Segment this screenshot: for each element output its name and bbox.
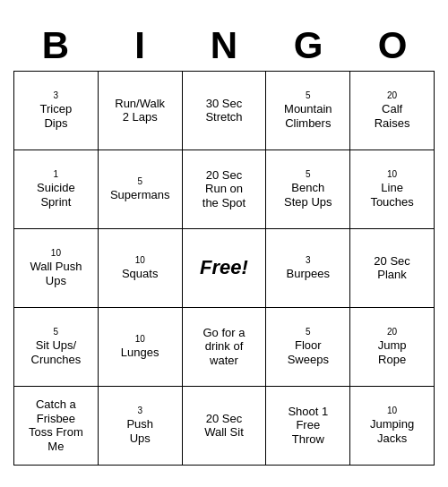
header-letter: B bbox=[13, 21, 98, 70]
header-letter: N bbox=[182, 21, 266, 70]
bingo-cell-r0c0: 3TricepDips bbox=[14, 72, 99, 150]
bingo-cell-r2c3: 3Burpees bbox=[266, 229, 350, 308]
bingo-cell-r4c3: Shoot 1FreeThrow bbox=[266, 387, 350, 466]
bingo-cell-r4c0: Catch aFrisbeeToss FromMe bbox=[14, 387, 99, 466]
bingo-cell-r1c2: 20 SecRun onthe Spot bbox=[183, 150, 267, 229]
bingo-cell-r2c0: 10Wall PushUps bbox=[14, 229, 99, 308]
bingo-cell-r0c4: 20CalfRaises bbox=[350, 72, 435, 150]
bingo-cell-r4c2: 20 SecWall Sit bbox=[183, 387, 267, 466]
bingo-cell-r4c4: 10JumpingJacks bbox=[350, 387, 435, 466]
bingo-cell-r3c2: Go for adrink ofwater bbox=[183, 308, 267, 387]
bingo-cell-r2c4: 20 SecPlank bbox=[350, 229, 435, 308]
bingo-cell-r2c1: 10Squats bbox=[99, 229, 183, 308]
header-letter: O bbox=[350, 21, 435, 70]
bingo-header: BINGO bbox=[13, 21, 435, 70]
bingo-cell-r1c3: 5BenchStep Ups bbox=[266, 150, 350, 229]
bingo-cell-r1c0: 1SuicideSprint bbox=[14, 150, 99, 229]
bingo-grid: 3TricepDipsRun/Walk2 Laps30 SecStretch5M… bbox=[13, 71, 435, 466]
header-letter: I bbox=[98, 21, 182, 70]
bingo-cell-r2c2: Free! bbox=[183, 229, 267, 308]
bingo-cell-r1c4: 10LineTouches bbox=[350, 150, 435, 229]
bingo-cell-r4c1: 3PushUps bbox=[99, 387, 183, 466]
bingo-cell-r3c3: 5FloorSweeps bbox=[266, 308, 350, 387]
bingo-cell-r3c1: 10Lunges bbox=[99, 308, 183, 387]
bingo-cell-r3c4: 20JumpRope bbox=[350, 308, 435, 387]
bingo-cell-r0c2: 30 SecStretch bbox=[183, 72, 267, 150]
bingo-cell-r0c1: Run/Walk2 Laps bbox=[99, 72, 183, 150]
header-letter: G bbox=[266, 21, 350, 70]
bingo-cell-r1c1: 5Supermans bbox=[99, 150, 183, 229]
bingo-cell-r3c0: 5Sit Ups/Crunches bbox=[14, 308, 99, 387]
bingo-cell-r0c3: 5MountainClimbers bbox=[266, 72, 350, 150]
bingo-card: BINGO 3TricepDipsRun/Walk2 Laps30 SecStr… bbox=[13, 21, 435, 465]
